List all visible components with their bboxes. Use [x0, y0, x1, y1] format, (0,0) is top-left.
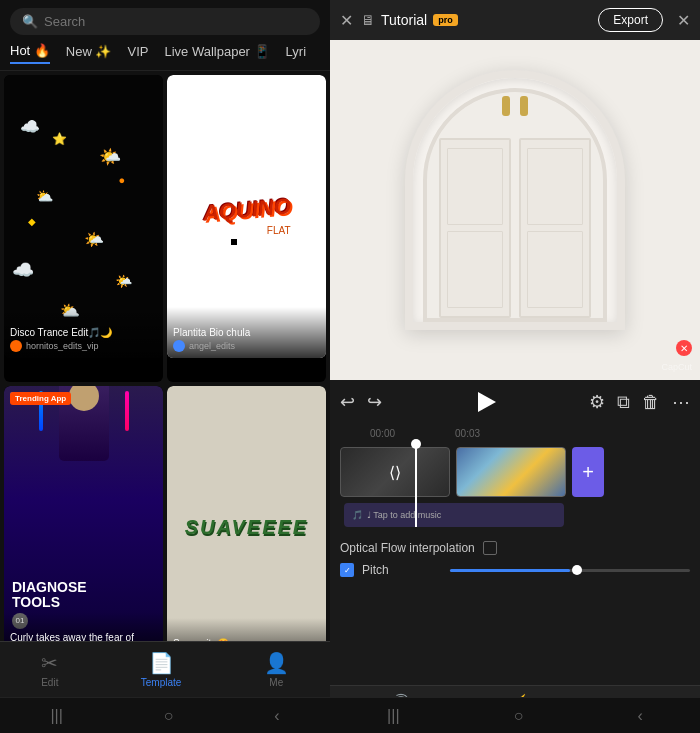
pitch-row: ✓ Pitch — [340, 563, 690, 577]
tabs-row: Hot 🔥 New ✨ VIP Live Wallpaper 📱 Lyri — [0, 43, 330, 71]
video-clip[interactable]: ⟨⟩ — [340, 447, 450, 497]
undo-button[interactable]: ↩ — [340, 391, 355, 413]
optical-flow-label: Optical Flow interpolation — [340, 541, 475, 555]
time-mark-1: 00:03 — [455, 428, 480, 439]
phone-back-icon-right[interactable]: ‹ — [638, 707, 643, 725]
badge-trending: Trending App — [10, 392, 71, 405]
redo-button[interactable]: ↪ — [367, 391, 382, 413]
right-header: ✕ 🖥 Tutorial pro Export ✕ — [330, 0, 700, 40]
door-knob-right — [520, 96, 528, 116]
phone-nav-left: ||| ○ ‹ — [0, 697, 330, 733]
scissors-icon: ✂ — [41, 651, 58, 675]
optical-flow-row: Optical Flow interpolation — [340, 541, 690, 555]
author-name: angel_edits — [189, 341, 235, 351]
tab-lyric[interactable]: Lyri — [286, 44, 306, 63]
image-clip[interactable] — [456, 447, 566, 497]
close-right-button[interactable]: ✕ — [677, 11, 690, 30]
search-input[interactable] — [44, 14, 308, 29]
nav-edit[interactable]: ✂ Edit — [41, 651, 58, 688]
list-item[interactable]: ☁️ 🌤️ ⛅ 🌤️ ☁️ 🌤️ ⛅ ⭐ ● ◆ Disco Trance — [4, 75, 163, 382]
aquino-text: AQUINO — [202, 193, 292, 227]
time-markers: 00:00 00:03 — [340, 428, 690, 439]
clip-arrow-icon: ⟨⟩ — [389, 463, 401, 482]
search-icon: 🔍 — [22, 14, 38, 29]
door-knob-left — [502, 96, 510, 116]
add-clip-button[interactable]: + — [572, 447, 604, 497]
settings-icon[interactable]: ⚙ — [589, 391, 605, 413]
video-title: Disco Trance Edit🎵🌙 — [10, 327, 157, 338]
watermark: CapCut — [661, 362, 692, 372]
header-title: 🖥 Tutorial pro — [361, 12, 590, 28]
phone-menu-icon[interactable]: ||| — [50, 707, 62, 725]
pitch-slider-fill — [450, 569, 570, 572]
copy-icon[interactable]: ⧉ — [617, 392, 630, 413]
play-pause-button[interactable] — [468, 384, 504, 420]
template-icon: 📄 — [149, 651, 174, 675]
nav-me-label: Me — [269, 677, 283, 688]
close-button[interactable]: ✕ — [340, 11, 353, 30]
aquino-sub: FLAT — [203, 225, 291, 236]
nav-me[interactable]: 👤 Me — [264, 651, 289, 688]
list-item[interactable]: AQUINO FLAT Plantita Bio chula angel_edi… — [167, 75, 326, 382]
pitch-toggle[interactable]: ✓ — [340, 563, 354, 577]
delete-icon[interactable]: 🗑 — [642, 392, 660, 413]
audio-label: ♩ Tap to add music — [367, 510, 441, 520]
author-name: hornitos_edits_vip — [26, 341, 99, 351]
tab-vip[interactable]: VIP — [127, 44, 148, 63]
music-icon: 🎵 — [352, 510, 363, 520]
ctrl-group-right: ⚙ ⧉ 🗑 ⋯ — [589, 391, 690, 413]
pitch-slider-thumb — [572, 565, 582, 575]
more-icon[interactable]: ⋯ — [672, 391, 690, 413]
tab-live[interactable]: Live Wallpaper 📱 — [164, 44, 269, 63]
optical-flow-checkbox[interactable] — [483, 541, 497, 555]
timeline-track-container: ⟨⟩ + 🎵 ♩ Tap to add music — [340, 443, 690, 527]
search-bar[interactable]: 🔍 — [10, 8, 320, 35]
play-triangle-icon — [478, 392, 496, 412]
controls-row: ↩ ↪ ⚙ ⧉ 🗑 ⋯ — [330, 380, 700, 424]
video-preview: ✕ CapCut — [330, 40, 700, 380]
door-graphic — [395, 70, 635, 350]
remove-watermark-button[interactable]: ✕ — [676, 340, 692, 356]
video-title: Plantita Bio chula — [173, 327, 320, 338]
left-panel: 🔍 Hot 🔥 New ✨ VIP Live Wallpaper 📱 Lyri … — [0, 0, 330, 697]
audio-track[interactable]: 🎵 ♩ Tap to add music — [344, 503, 564, 527]
nav-template[interactable]: 📄 Template — [141, 651, 182, 688]
content-grid: ☁️ 🌤️ ⛅ 🌤️ ☁️ 🌤️ ⛅ ⭐ ● ◆ Disco Trance — [0, 71, 330, 697]
avatar — [173, 340, 185, 352]
timeline-area: 00:00 00:03 ⟨⟩ + 🎵 ♩ Tap to add music — [330, 424, 700, 533]
nav-edit-label: Edit — [41, 677, 58, 688]
phone-home-icon-right[interactable]: ○ — [514, 707, 524, 725]
time-mark-0: 00:00 — [370, 428, 395, 439]
nav-template-label: Template — [141, 677, 182, 688]
phone-back-icon[interactable]: ‹ — [274, 707, 279, 725]
tab-hot[interactable]: Hot 🔥 — [10, 43, 50, 64]
file-icon: 🖥 — [361, 12, 375, 28]
pro-badge: pro — [433, 14, 458, 26]
user-icon: 👤 — [264, 651, 289, 675]
timeline-track[interactable]: ⟨⟩ + — [340, 443, 690, 501]
bottom-nav-left: ✂ Edit 📄 Template 👤 Me — [0, 641, 330, 697]
pitch-label: Pitch — [362, 563, 442, 577]
pitch-slider[interactable] — [450, 569, 690, 572]
playhead[interactable] — [415, 443, 417, 527]
project-title: Tutorial — [381, 12, 427, 28]
properties-area: Optical Flow interpolation ✓ Pitch — [330, 533, 700, 685]
audio-track-row: 🎵 ♩ Tap to add music — [340, 503, 690, 527]
tab-new[interactable]: New ✨ — [66, 44, 112, 63]
suave-text: SUAVEEEE — [185, 516, 308, 539]
phone-nav-right: ||| ○ ‹ — [330, 697, 700, 733]
phone-home-icon[interactable]: ○ — [164, 707, 174, 725]
avatar — [10, 340, 22, 352]
phone-menu-icon-right[interactable]: ||| — [387, 707, 399, 725]
right-panel: ✕ 🖥 Tutorial pro Export ✕ — [330, 0, 700, 733]
ctrl-group-left: ↩ ↪ — [340, 391, 382, 413]
export-button[interactable]: Export — [598, 8, 663, 32]
